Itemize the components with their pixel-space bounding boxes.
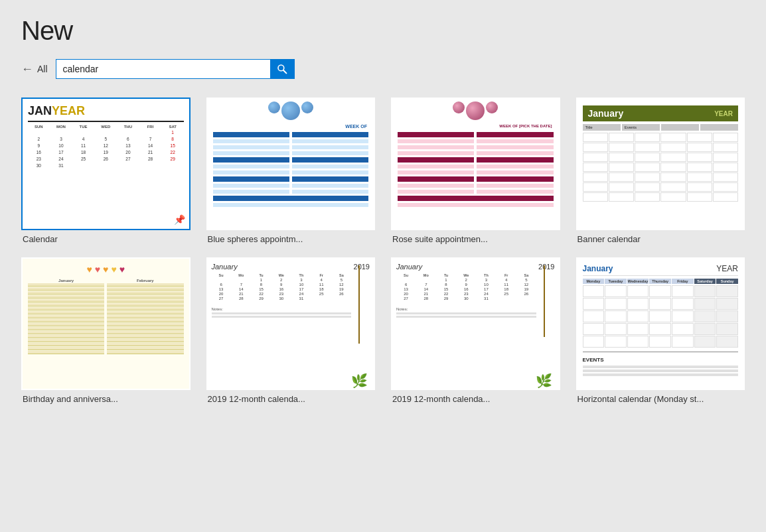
template-label: Blue spheres appointm... (206, 234, 376, 244)
template-label: Rose suite appointmen... (391, 234, 560, 244)
template-item[interactable]: January 2019 🌿 SuMoTuWeThFrSa 12345 6789… (206, 257, 376, 404)
svg-line-1 (283, 70, 286, 73)
template-label: Birthday and anniversa... (21, 394, 191, 404)
template-item[interactable]: January YEAR Monday Tuesday Wednesday Th… (576, 257, 745, 404)
template-thumbnail[interactable]: ♥ ♥ ♥ ♥ ♥ January (21, 257, 191, 390)
back-arrow-icon: ← (21, 62, 33, 76)
notes-label: Notes: (396, 307, 555, 311)
cal-month: January (396, 263, 422, 271)
page-title: New (21, 16, 745, 46)
calendar-grid: SuMoTuWeThFrSa 12345 6789101112 13141516… (212, 273, 352, 300)
horiz-year: YEAR (716, 264, 738, 273)
template-thumbnail[interactable]: WEEK OF [PICK THE DATE] (391, 98, 560, 230)
template-thumbnail[interactable]: WEEK OF (206, 98, 376, 230)
templates-grid: JANYEAR SUNMONTUEWEDTHUFRISAT 1 2345678 … (21, 98, 745, 404)
template-item[interactable]: January YEAR Title Events (576, 98, 745, 244)
template-item[interactable]: ♥ ♥ ♥ ♥ ♥ January (21, 257, 191, 404)
branch-decoration: 🌿 (352, 259, 366, 389)
notes-line (396, 312, 536, 314)
pin-icon: 📌 (174, 214, 185, 225)
horiz-header: January YEAR (583, 264, 739, 276)
months-columns: January February (28, 279, 184, 354)
cal2019-header: January 2019 (212, 263, 370, 271)
cal-month: JAN (28, 104, 52, 117)
template-item[interactable]: WEEK OF [PICK THE DATE] Rose suite (391, 98, 560, 244)
search-row: ← All (21, 59, 745, 79)
cal-month: January (212, 263, 238, 271)
week-label: WEEK OF [PICK THE DATE] (499, 124, 552, 128)
notes-line (396, 316, 536, 318)
template-thumbnail[interactable]: January YEAR Monday Tuesday Wednesday Th… (576, 257, 745, 390)
all-label: All (37, 64, 48, 74)
search-button[interactable] (270, 60, 294, 78)
template-label: 2019 12-month calenda... (391, 394, 560, 404)
template-label: 2019 12-month calenda... (206, 394, 376, 404)
template-thumbnail[interactable]: January YEAR Title Events (576, 98, 745, 230)
cal2019-header: January 2019 (396, 263, 555, 271)
deco-spheres (268, 101, 313, 120)
notes-label: Notes: (212, 307, 370, 311)
template-item[interactable]: WEEK OF Blue spheres appointm... (206, 98, 376, 244)
banner-year: YEAR (714, 110, 733, 117)
banner-header: January YEAR (583, 105, 739, 121)
horiz-grid (583, 285, 739, 348)
branch-decoration: 🌿 (538, 259, 551, 389)
template-thumbnail[interactable]: January 2019 🌿 SuMoTuWeThFrSa 12345 6789… (206, 257, 376, 390)
events-label: EVENTS (583, 357, 604, 363)
horiz-month: January (583, 264, 613, 273)
hearts-decoration: ♥ ♥ ♥ ♥ ♥ (28, 264, 184, 275)
search-box (56, 59, 295, 79)
template-item[interactable]: January 2019 🌿 SuMoTuWeThFrSa 12345 6789… (391, 257, 560, 404)
week-label: WEEK OF (345, 124, 367, 129)
schedule-lines (398, 132, 554, 224)
calendar-grid: SuMoTuWeThFrSa 12345 6789101112 13141516… (396, 273, 536, 300)
notes-line (212, 316, 352, 318)
template-label: Banner calendar (576, 234, 745, 244)
deco-spheres (453, 101, 498, 120)
template-label: Calendar (21, 234, 191, 244)
template-thumbnail[interactable]: January 2019 🌿 SuMoTuWeThFrSa 12345 6789… (391, 257, 560, 390)
cal-year: YEAR (52, 104, 85, 117)
template-item[interactable]: JANYEAR SUNMONTUEWEDTHUFRISAT 1 2345678 … (21, 98, 191, 244)
template-label: Horizontal calendar (Monday st... (576, 394, 745, 404)
horiz-events-section: EVENTS (583, 352, 739, 376)
banner-month: January (588, 108, 624, 119)
back-button[interactable]: ← All (21, 62, 48, 76)
notes-line (212, 312, 352, 314)
schedule-lines (213, 132, 369, 224)
template-thumbnail[interactable]: JANYEAR SUNMONTUEWEDTHUFRISAT 1 2345678 … (21, 98, 191, 230)
horiz-col-headers: Monday Tuesday Wednesday Thursday Friday… (583, 279, 739, 284)
search-input[interactable] (56, 60, 270, 78)
search-icon (277, 64, 287, 74)
